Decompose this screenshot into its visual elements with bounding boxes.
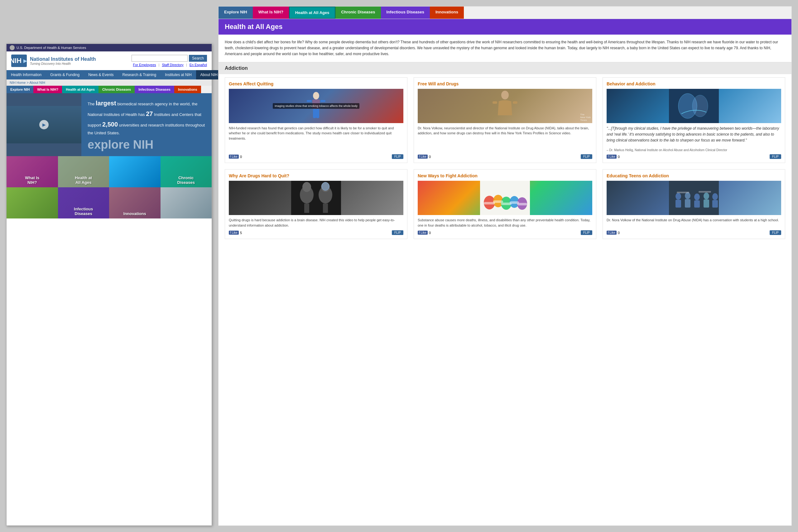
subnav-health-ages[interactable]: Health at All Ages — [62, 86, 98, 93]
facebook-icon-5: f Like — [418, 231, 428, 235]
tile-chronic[interactable]: ChronicDiseases — [160, 156, 212, 187]
card4-footer: f Like 5 FLIP — [229, 230, 403, 235]
card3-title[interactable]: Behavior and Addiction — [607, 81, 781, 86]
tile-innovations[interactable]: Innovations — [109, 187, 160, 218]
nav-grants-funding[interactable]: Grants & Funding — [46, 70, 84, 79]
card1-image: Imaging studies show that smoking tobacc… — [229, 89, 403, 123]
tile-health-ages[interactable]: Health atAll Ages — [58, 156, 109, 187]
nav-research-training[interactable]: Research & Training — [118, 70, 161, 79]
svg-point-39 — [704, 193, 709, 200]
card5-flip-btn[interactable]: FLIP — [581, 230, 592, 235]
hero-largest: largest — [96, 100, 116, 107]
svg-point-0 — [313, 92, 319, 99]
nih-logo[interactable]: NIH ► — [11, 55, 27, 67]
rp-nav-explore[interactable]: Explore NIH — [218, 6, 253, 19]
cards-row-2: Why Are Drugs Hard to Quit? ▶ — [223, 168, 787, 241]
card5-fb-like[interactable]: f Like 0 — [418, 231, 431, 235]
card1-img-caption: Imaging studies show that smoking tobacc… — [273, 103, 359, 109]
svg-rect-8 — [493, 101, 497, 104]
gov-bar: U.S. Department of Health & Human Servic… — [6, 44, 212, 52]
nih-logo-area: NIH ► National Institutes of Health Turn… — [11, 55, 96, 67]
card6-image[interactable]: ▶ — [607, 181, 781, 215]
sub-nav: Explore NIH What Is NIH? Health at All A… — [6, 86, 212, 93]
svg-rect-13 — [291, 181, 341, 215]
subnav-whatisnih[interactable]: What Is NIH? — [33, 86, 62, 93]
rp-nav-health-ages[interactable]: Health at All Ages — [289, 6, 336, 19]
card1-footer: f Like 0 FLIP — [229, 154, 403, 159]
cards-container: Genes Affect Quitting Imaging studies sh… — [218, 74, 792, 246]
tile-label-innovations: Innovations — [112, 211, 158, 216]
card3-image — [607, 89, 781, 123]
hero-text: The largest biomedical research agency i… — [81, 93, 212, 156]
hero-num2: 2,500 — [102, 121, 118, 128]
card3-quote: "...[T]hrough my clinical studies, I hav… — [607, 126, 781, 144]
card4-flip-btn[interactable]: FLIP — [392, 230, 403, 235]
svg-rect-36 — [685, 199, 690, 208]
card6-title[interactable]: Educating Teens on Addiction — [607, 173, 781, 178]
hero-section: ▶ The largest biomedical research agency… — [6, 93, 212, 156]
tile-infectious[interactable]: InfectiousDiseases — [58, 187, 109, 218]
svg-rect-18 — [323, 204, 328, 213]
hero-explore-text: explore NIH — [88, 138, 205, 151]
card1-fb-like[interactable]: f Like 0 — [229, 155, 242, 159]
tile-empty1 — [109, 156, 160, 187]
search-input[interactable] — [132, 55, 188, 62]
right-panel: Explore NIH What Is NIH? Health at All A… — [218, 6, 792, 526]
card3-like-count: 0 — [618, 155, 620, 159]
facebook-icon-3: f Like — [607, 155, 616, 159]
subnav-chronic[interactable]: Chronic Diseases — [98, 86, 135, 93]
svg-point-12 — [692, 95, 708, 117]
rp-nav: Explore NIH What Is NIH? Health at All A… — [218, 6, 792, 19]
card2-fb-like[interactable]: f Like 0 — [418, 155, 431, 159]
svg-point-37 — [694, 193, 700, 201]
svg-point-20 — [322, 182, 329, 190]
card5-title[interactable]: New Ways to Fight Addiction — [418, 173, 592, 178]
card2-image[interactable]: ▶ TheNew YorkTimes — [418, 89, 592, 123]
nih-logo-arrow: ► — [22, 57, 28, 64]
nih-subtitle: Turning Discovery Into Health — [30, 62, 96, 65]
for-employees-link[interactable]: For Employees — [133, 63, 156, 67]
rp-intro-text: How does a child's diet affect her bones… — [218, 35, 792, 62]
main-nav: Health Information Grants & Funding News… — [6, 70, 212, 79]
card3-flip-btn[interactable]: FLIP — [770, 154, 781, 159]
card-teens-addiction: Educating Teens on Addiction ▶ — [603, 169, 785, 239]
card4-image[interactable]: ▶ — [229, 181, 403, 215]
card1-title[interactable]: Genes Affect Quitting — [229, 81, 403, 86]
card1-flip-btn[interactable]: FLIP — [392, 154, 403, 159]
nav-news-events[interactable]: News & Events — [84, 70, 118, 79]
card3-footer: f Like 0 FLIP — [607, 154, 781, 159]
card4-title[interactable]: Why Are Drugs Hard to Quit? — [229, 173, 403, 178]
svg-point-35 — [685, 192, 690, 199]
tile-label-chronic: ChronicDiseases — [163, 175, 209, 185]
search-button[interactable]: Search — [189, 55, 207, 62]
card6-flip-btn[interactable]: FLIP — [770, 230, 781, 235]
subnav-infectious[interactable]: Infectious Diseases — [135, 86, 174, 93]
tile-what-is-nih[interactable]: What IsNIH? — [6, 156, 58, 187]
rp-nav-infectious[interactable]: Infectious Diseases — [381, 6, 430, 19]
svg-point-7 — [501, 91, 509, 99]
search-row: Search — [132, 55, 207, 62]
nav-institutes[interactable]: Institutes at NIH — [160, 70, 196, 79]
subnav-explore[interactable]: Explore NIH — [6, 86, 33, 93]
rp-nav-innovations[interactable]: Innovations — [430, 6, 464, 19]
nih-header: NIH ► National Institutes of Health Turn… — [6, 52, 212, 70]
card2-title[interactable]: Free Will and Drugs — [418, 81, 592, 86]
nih-search-area: Search For Employees | Staff Directory |… — [132, 55, 207, 67]
card5-like-count: 0 — [429, 231, 431, 235]
card-free-will: Free Will and Drugs ▶ TheNew YorkTimes D… — [414, 77, 596, 163]
card3-fb-like[interactable]: f Like 0 — [607, 155, 620, 159]
card2-flip-btn[interactable]: FLIP — [581, 154, 592, 159]
card4-fb-like[interactable]: f Like 5 — [229, 231, 242, 235]
staff-directory-link[interactable]: Staff Directory — [162, 63, 184, 67]
card6-fb-like[interactable]: f Like 0 — [607, 231, 620, 235]
rp-nav-whatisnih[interactable]: What Is NIH? — [253, 6, 289, 19]
nav-health-information[interactable]: Health Information — [6, 70, 46, 79]
rp-nav-chronic[interactable]: Chronic Diseases — [336, 6, 381, 19]
card-behavior-addiction: Behavior and Addiction "...[T]hrough my … — [603, 77, 785, 163]
subnav-innovations[interactable]: Innovations — [174, 86, 201, 93]
svg-point-33 — [676, 193, 681, 200]
tile-label-infectious: InfectiousDiseases — [60, 207, 107, 216]
en-espanol-link[interactable]: En Español — [190, 63, 207, 67]
hero-image: ▶ — [6, 93, 81, 156]
hero-play-button[interactable]: ▶ — [39, 120, 49, 129]
